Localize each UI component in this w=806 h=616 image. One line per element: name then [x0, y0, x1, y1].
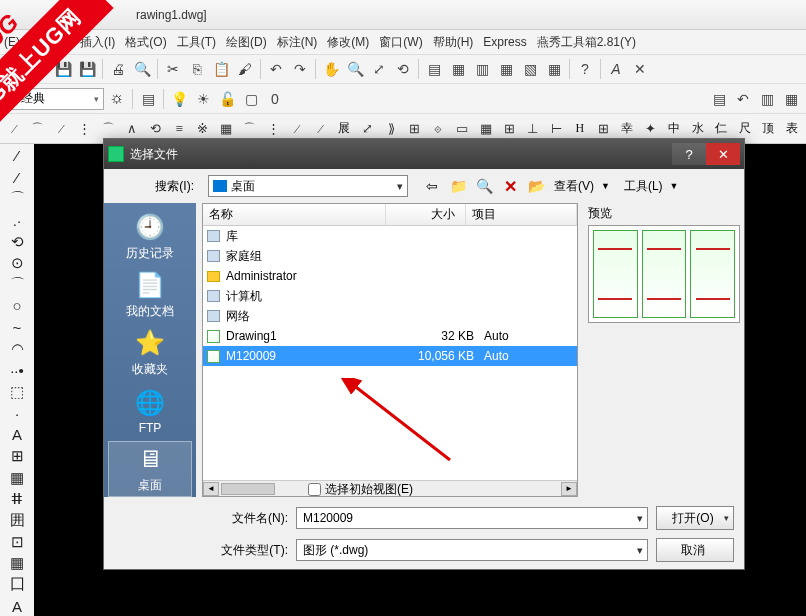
tb3-32[interactable]: 顶	[758, 118, 779, 140]
layermore-icon[interactable]: ▥	[756, 88, 778, 110]
lt-ellipse-icon[interactable]: ◠	[5, 339, 29, 358]
col-size[interactable]: 大小	[386, 204, 466, 225]
tb3-2[interactable]: ∕	[51, 118, 72, 140]
file-row[interactable]: 计算机	[203, 286, 577, 306]
pan-icon[interactable]: ✋	[320, 58, 342, 80]
print-icon[interactable]: 🖨	[107, 58, 129, 80]
tb3-20[interactable]: ▦	[475, 118, 496, 140]
bulb-icon[interactable]: 💡	[168, 88, 190, 110]
zoom-prev-icon[interactable]: ⟲	[392, 58, 414, 80]
tb3-33[interactable]: 表	[782, 118, 803, 140]
lt-line-icon[interactable]: ∕	[5, 146, 29, 165]
back-icon[interactable]: ⇦	[422, 176, 442, 196]
menu-modify[interactable]: 修改(M)	[327, 34, 369, 51]
ax-icon[interactable]: ✕	[629, 58, 651, 80]
tb3-25[interactable]: ⊞	[593, 118, 614, 140]
tb3-10[interactable]: ⌒	[240, 118, 261, 140]
open-button[interactable]: 打开(O)	[656, 506, 734, 530]
lt-more2-icon[interactable]: ▦	[5, 554, 29, 573]
menu-dimension[interactable]: 标注(N)	[277, 34, 318, 51]
preview-icon[interactable]: 🔍	[131, 58, 153, 80]
filename-combo[interactable]: M120009	[296, 507, 648, 529]
file-row[interactable]: 网络	[203, 306, 577, 326]
tb3-11[interactable]: ⋮	[263, 118, 284, 140]
tb3-26[interactable]: 幸	[617, 118, 638, 140]
place-favorites[interactable]: ⭐收藏夹	[108, 325, 192, 381]
calc-icon[interactable]: ▦	[543, 58, 565, 80]
tb3-0[interactable]: ∕	[4, 118, 25, 140]
menu-draw[interactable]: 绘图(D)	[226, 34, 267, 51]
tb3-31[interactable]: 尺	[734, 118, 755, 140]
tb3-22[interactable]: ⊥	[522, 118, 543, 140]
cancel-button[interactable]: 取消	[656, 538, 734, 562]
tb3-24[interactable]: H	[570, 118, 591, 140]
new-icon[interactable]: 🗋	[4, 58, 26, 80]
menu-format[interactable]: 格式(O)	[125, 34, 166, 51]
tb3-14[interactable]: 展	[334, 118, 355, 140]
tb3-7[interactable]: ≡	[169, 118, 190, 140]
tb3-29[interactable]: 水	[687, 118, 708, 140]
match-icon[interactable]: 🖌	[234, 58, 256, 80]
place-documents[interactable]: 📄我的文档	[108, 267, 192, 323]
tools-menu[interactable]: 工具(L)	[624, 178, 663, 195]
initial-view-checkbox[interactable]	[308, 483, 321, 496]
lt-more3-icon[interactable]: 囗	[5, 575, 29, 594]
lt-spline-icon[interactable]: ~	[5, 318, 29, 337]
undo-icon[interactable]: ↶	[265, 58, 287, 80]
color-icon[interactable]: ▢	[240, 88, 262, 110]
lt-xline-icon[interactable]: ∕	[5, 167, 29, 186]
menu-edit[interactable]: (E)	[4, 35, 20, 49]
place-ftp[interactable]: 🌐FTP	[108, 383, 192, 439]
props-icon[interactable]: ▤	[423, 58, 445, 80]
lt-pline-icon[interactable]: ⌒	[5, 189, 29, 208]
place-history[interactable]: 🕘历史记录	[108, 209, 192, 265]
file-row[interactable]: 家庭组	[203, 246, 577, 266]
saveas-icon[interactable]: 💾	[76, 58, 98, 80]
dialog-close-button[interactable]: ✕	[706, 143, 740, 165]
lt-rect-icon[interactable]: ⟲	[5, 232, 29, 251]
menu-insert[interactable]: 插入(I)	[80, 34, 115, 51]
workspace-combo[interactable]: D 经典	[4, 88, 104, 110]
tb3-30[interactable]: 仁	[711, 118, 732, 140]
tb3-9[interactable]: ▦	[216, 118, 237, 140]
lt-point-icon[interactable]: ∙	[5, 403, 29, 422]
tb3-5[interactable]: ∧	[122, 118, 143, 140]
layer-icon[interactable]: ▤	[137, 88, 159, 110]
menu-express[interactable]: Express	[483, 35, 526, 49]
lt-region-icon[interactable]: ▦	[5, 468, 29, 487]
newfolder-icon[interactable]: 📂	[526, 176, 546, 196]
sun-icon[interactable]: ☀	[192, 88, 214, 110]
lt-ellarc-icon[interactable]: ∙∙•	[5, 361, 29, 380]
lt-hatch-icon[interactable]: A	[5, 425, 29, 444]
lt-revcloud-icon[interactable]: ○	[5, 296, 29, 315]
tb3-21[interactable]: ⊞	[499, 118, 520, 140]
layerprev-icon[interactable]: ↶	[732, 88, 754, 110]
menu-help[interactable]: 帮助(H)	[433, 34, 474, 51]
lt-table-icon[interactable]: ⵌ	[5, 489, 29, 508]
palette-icon[interactable]: ▥	[471, 58, 493, 80]
sheet-icon[interactable]: ▦	[495, 58, 517, 80]
dcenter-icon[interactable]: ▦	[447, 58, 469, 80]
tb3-15[interactable]: ⤢	[357, 118, 378, 140]
tb3-1[interactable]: ⌒	[28, 118, 49, 140]
lookin-combo[interactable]: 桌面	[208, 175, 408, 197]
col-type[interactable]: 项目	[466, 204, 577, 225]
delete-icon[interactable]: ✕	[500, 176, 520, 196]
lt-arc-icon[interactable]: ⊙	[5, 253, 29, 272]
layermore2-icon[interactable]: ▦	[780, 88, 802, 110]
menu-yanxiu[interactable]: 燕秀工具箱2.81(Y)	[537, 34, 636, 51]
copy-icon[interactable]: ⎘	[186, 58, 208, 80]
layerstate-icon[interactable]: ▤	[708, 88, 730, 110]
tb3-8[interactable]: ※	[193, 118, 214, 140]
lt-block-icon[interactable]: ⬚	[5, 382, 29, 401]
menu-tools[interactable]: 工具(T)	[177, 34, 216, 51]
tb3-19[interactable]: ▭	[452, 118, 473, 140]
paste-icon[interactable]: 📋	[210, 58, 232, 80]
a-icon[interactable]: A	[605, 58, 627, 80]
menu-window[interactable]: 窗口(W)	[379, 34, 422, 51]
lt-A-icon[interactable]: A	[5, 597, 29, 616]
lt-polygon-icon[interactable]: .∙	[5, 210, 29, 229]
lt-mtext-icon[interactable]: 囲	[5, 511, 29, 530]
tb3-12[interactable]: ∕	[287, 118, 308, 140]
lock-icon[interactable]: 🔓	[216, 88, 238, 110]
